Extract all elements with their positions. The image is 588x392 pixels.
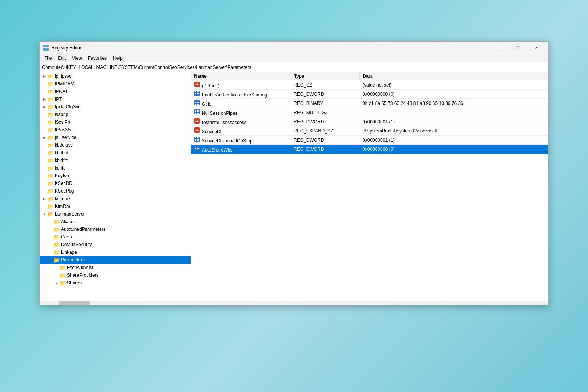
window-title: Registry Editor [51, 45, 491, 51]
svg-rect-77 [195, 137, 196, 138]
expand-arrow-iphlpsvc[interactable] [41, 73, 47, 79]
tree-item-KeyIso[interactable]: 📁KeyIso [40, 172, 191, 180]
cell-type: REG_DWORD [291, 136, 359, 145]
tree-item-KSecDD[interactable]: 📁KSecDD [40, 180, 191, 187]
reg-value-icon [194, 109, 200, 115]
tree-item-iScsiPrt[interactable]: 📁iScsiPrt [40, 118, 191, 126]
tree-pane[interactable]: 📁iphlpsvc📁IPMIDRV📁IPNAT📁IPT📁IpxlatCfgSvc… [40, 72, 191, 301]
svg-rect-39 [197, 102, 198, 103]
tree-item-LanmanServer[interactable]: 📂LanmanServer [40, 210, 191, 218]
svg-rect-82 [198, 139, 199, 140]
menu-item-view[interactable]: View [69, 55, 85, 62]
menu-item-file[interactable]: File [41, 55, 55, 62]
expand-arrow-IpxlatCfgSvc[interactable] [41, 104, 47, 110]
folder-icon-iScsiPrt: 📁 [47, 119, 54, 125]
tree-item-Shares[interactable]: 📁Shares [40, 279, 191, 287]
cell-type: REG_EXPAND_SZ [291, 126, 359, 136]
folder-icon-Certs: 📁 [54, 234, 60, 240]
tree-item-KtmRm[interactable]: 📁KtmRm [40, 203, 191, 210]
maximize-button[interactable]: ☐ [509, 42, 527, 54]
svg-rect-24 [198, 95, 199, 95]
svg-rect-16 [195, 91, 196, 92]
tree-item-IPMIDRV[interactable]: 📁IPMIDRV [40, 80, 191, 88]
cell-data: 0x00000000 (0) [359, 90, 548, 99]
tree-item-Parameters[interactable]: 📂Parameters [40, 256, 191, 264]
table-row[interactable]: GuidREG_BINARY0b c1 8a 65 73 60 24 43 81… [191, 99, 548, 108]
scrollbar-thumb[interactable] [59, 301, 90, 305]
svg-rect-35 [195, 101, 196, 101]
folder-icon-FsctlAllowlist: 📁 [60, 265, 66, 271]
svg-rect-17 [197, 91, 198, 92]
tree-label-ItSas35i: ItSas35i [55, 127, 71, 132]
tree-item-AutotunedParameters[interactable]: 📁AutotunedParameters [40, 225, 191, 233]
main-content: 📁iphlpsvc📁IPMIDRV📁IPNAT📁IPT📁IpxlatCfgSvc… [40, 72, 548, 301]
tree-item-ItSas35i[interactable]: 📁ItSas35i [40, 126, 191, 134]
menu-item-help[interactable]: Help [110, 55, 126, 62]
horizontal-scrollbar[interactable] [40, 301, 548, 305]
expand-arrow-jhi_service[interactable] [41, 134, 47, 140]
tree-label-Parameters: Parameters [61, 257, 85, 263]
svg-rect-20 [197, 93, 198, 94]
tree-item-kbldfltr[interactable]: 📁kbldfltr [40, 157, 191, 164]
tree-item-isapnp[interactable]: 📁isapnp [40, 111, 191, 118]
tree-item-kbdhid[interactable]: 📁kbdhid [40, 149, 191, 157]
tree-label-KSecPkg: KSecPkg [55, 188, 74, 194]
minimize-button[interactable]: — [491, 42, 508, 54]
tree-item-kdnic[interactable]: 📁kdnic [40, 164, 191, 172]
svg-rect-57 [195, 111, 196, 112]
tree-item-ShareProviders[interactable]: 📁ShareProviders [40, 271, 191, 279]
cell-data: %SystemRoot%\system32\srvsvc.dll [359, 126, 548, 136]
table-row[interactable]: AutoShareWksREG_DWORD0x00000000 (0) [191, 145, 548, 154]
tree-label-isapnp: isapnp [55, 112, 68, 117]
expand-arrow-Shares[interactable] [54, 280, 60, 286]
column-header-data[interactable]: Data [359, 72, 548, 80]
cell-type: REG_MULTI_SZ [291, 108, 359, 117]
table-row[interactable]: ab(Default)REG_SZ(value not set) [191, 80, 548, 90]
tree-item-ksthunk[interactable]: 📁ksthunk [40, 195, 191, 203]
svg-rect-54 [195, 110, 196, 111]
tree-item-jhi_service[interactable]: 📁jhi_service [40, 134, 191, 141]
svg-rect-58 [197, 111, 198, 112]
svg-rect-22 [195, 95, 196, 95]
tree-item-KSecPkg[interactable]: 📁KSecPkg [40, 187, 191, 195]
table-row[interactable]: abrestrictnullsessaccessREG_DWORD0x00000… [191, 117, 548, 126]
tree-item-IpxlatCfgSvc[interactable]: 📁IpxlatCfgSvc [40, 103, 191, 111]
svg-rect-56 [198, 110, 199, 111]
column-header-type[interactable]: Type [291, 72, 359, 80]
table-row[interactable]: ServiceDllUnloadOnStopREG_DWORD0x0000000… [191, 136, 548, 145]
tree-item-IPNAT[interactable]: 📁IPNAT [40, 88, 191, 95]
table-header-row: Name Type Data [191, 72, 548, 80]
cell-name: Guid [191, 99, 291, 108]
svg-rect-3 [46, 48, 49, 51]
close-button[interactable]: ✕ [528, 42, 545, 54]
svg-rect-38 [195, 102, 196, 103]
expand-arrow-LanmanServer[interactable] [41, 211, 47, 217]
folder-icon-KSecPkg: 📁 [47, 188, 54, 194]
table-row[interactable]: abServiceDllREG_EXPAND_SZ%SystemRoot%\sy… [191, 126, 548, 136]
expand-arrow-ksthunk[interactable] [41, 196, 47, 202]
svg-rect-102 [195, 150, 196, 150]
expand-arrow-IPT[interactable] [41, 96, 47, 102]
svg-rect-23 [197, 95, 198, 95]
tree-item-FsctlAllowlist[interactable]: 📁FsctlAllowlist [40, 264, 191, 271]
menu-item-favorites[interactable]: Favorites [85, 55, 110, 62]
svg-text:ab: ab [195, 129, 199, 132]
svg-rect-85 [198, 140, 199, 141]
tree-item-Certs[interactable]: 📁Certs [40, 233, 191, 241]
folder-icon-IPT: 📁 [47, 96, 54, 102]
folder-icon-KtmRm: 📁 [47, 204, 54, 209]
tree-item-Linkage[interactable]: 📁Linkage [40, 248, 191, 256]
folder-icon-KeyIso: 📁 [47, 173, 54, 179]
tree-item-kbdclass[interactable]: 📁kbdclass [40, 141, 191, 149]
tree-item-Aliases[interactable]: 📁Aliases [40, 218, 191, 225]
tree-label-kbdhid: kbdhid [55, 150, 68, 155]
table-row[interactable]: EnableAuthenticateUserSharingREG_DWORD0x… [191, 90, 548, 99]
column-header-name[interactable]: Name [191, 72, 291, 80]
tree-item-DefaultSecurity[interactable]: 📁DefaultSecurity [40, 241, 191, 248]
cell-type: REG_DWORD [291, 90, 359, 99]
expand-arrow-Parameters[interactable] [47, 257, 54, 263]
tree-item-IPT[interactable]: 📁IPT [40, 95, 191, 103]
table-row[interactable]: NullSessionPipesREG_MULTI_SZ [191, 108, 548, 117]
tree-item-iphlpsvc[interactable]: 📁iphlpsvc [40, 72, 191, 80]
menu-item-edit[interactable]: Edit [55, 55, 69, 62]
